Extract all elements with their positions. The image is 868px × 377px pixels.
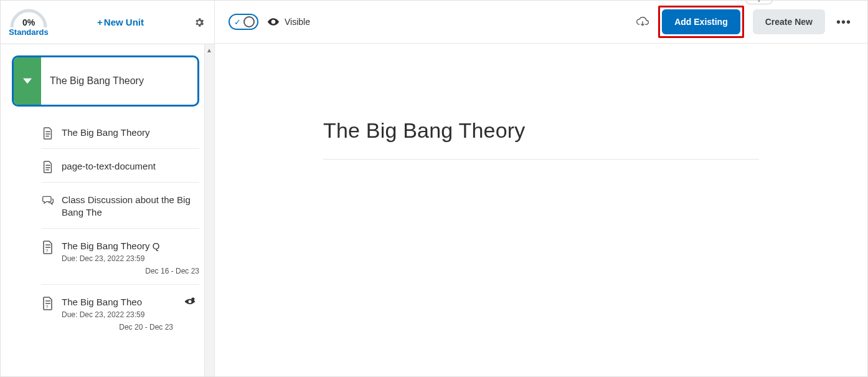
page-title: The Big Bang Theory	[323, 118, 759, 143]
scrollbar[interactable]	[204, 44, 214, 376]
main-panel: ✓ Visible Add Existing Create New ••• Th…	[215, 1, 867, 376]
quiz-icon: ?	[42, 240, 54, 254]
scroll-up-icon[interactable]: ▲	[204, 44, 214, 55]
unit-expand-toggle[interactable]	[14, 57, 41, 105]
settings-button[interactable]	[191, 14, 208, 31]
unit-items: The Big Bang Theory page-to-text-documen…	[42, 115, 199, 340]
eye-icon	[267, 17, 280, 26]
toggle-knob	[243, 16, 255, 27]
quiz-icon: ?	[42, 296, 54, 310]
item-date-range: Dec 20 - Dec 23	[62, 323, 173, 332]
download-button[interactable]	[636, 16, 649, 28]
standards-gauge[interactable]: 0% Standards	[7, 7, 50, 37]
visibility-label: Visible	[285, 17, 310, 27]
svg-text:?: ?	[45, 248, 49, 254]
plus-icon: +	[97, 17, 103, 27]
content-item[interactable]: Class Discussion about the Big Bang The	[42, 182, 199, 228]
item-due-date: Due: Dec 23, 2022 23:59	[62, 254, 199, 263]
visibility-status[interactable]: Visible	[267, 17, 310, 27]
item-title: Class Discussion about the Big Bang The	[62, 194, 199, 219]
create-new-button[interactable]: Create New	[753, 9, 825, 34]
sidebar-body: ▲ The Big Bang Theory The Big Bang Theor…	[1, 44, 214, 376]
item-date-range: Dec 16 - Dec 23	[62, 267, 199, 275]
unit-card-selected[interactable]: The Big Bang Theory	[12, 55, 199, 107]
item-title: The Big Bang Theory	[62, 126, 199, 139]
add-existing-button[interactable]: Add Existing	[662, 9, 740, 34]
unit-title: The Big Bang Theory	[41, 75, 144, 87]
gear-icon	[194, 17, 205, 28]
sidebar-header: 0% Standards +New Unit	[1, 1, 214, 44]
progress-gauge-icon: 0%	[9, 7, 49, 27]
new-unit-button[interactable]: +New Unit	[57, 17, 184, 27]
cloud-download-icon	[636, 16, 649, 28]
document-icon	[42, 126, 54, 140]
ellipsis-icon: •••	[836, 15, 851, 29]
content-item[interactable]: The Big Bang Theory	[42, 115, 199, 148]
check-icon: ✓	[234, 17, 241, 27]
collapse-tab[interactable]	[745, 0, 773, 4]
content-area: The Big Bang Theory	[215, 44, 867, 376]
content-item[interactable]: ? The Big Bang Theo Due: Dec 23, 2022 23…	[42, 284, 199, 340]
discussion-icon	[42, 194, 54, 207]
content-item[interactable]: ? The Big Bang Theory Q Due: Dec 23, 202…	[42, 228, 199, 284]
progress-percent: 0%	[9, 17, 49, 27]
item-title: The Big Bang Theo	[62, 296, 173, 308]
more-actions-button[interactable]: •••	[834, 15, 854, 29]
content-toolbar: ✓ Visible Add Existing Create New •••	[215, 1, 867, 44]
content-item[interactable]: page-to-text-document	[42, 148, 199, 182]
item-due-date: Due: Dec 23, 2022 23:59	[62, 310, 173, 319]
document-icon	[42, 160, 54, 173]
item-title: page-to-text-document	[62, 160, 199, 173]
visibility-toggle[interactable]: ✓	[229, 14, 258, 30]
sidebar: 0% Standards +New Unit ▲ The Big Bang Th…	[1, 1, 215, 376]
svg-text:?: ?	[45, 304, 49, 310]
special-visibility-icon[interactable]	[181, 296, 199, 307]
title-divider	[323, 159, 759, 160]
caret-down-icon	[23, 77, 32, 85]
chevron-down-icon	[755, 0, 763, 3]
highlight-add-existing: Add Existing	[658, 6, 744, 38]
item-title: The Big Bang Theory Q	[62, 240, 174, 252]
standards-link[interactable]: Standards	[9, 27, 49, 37]
